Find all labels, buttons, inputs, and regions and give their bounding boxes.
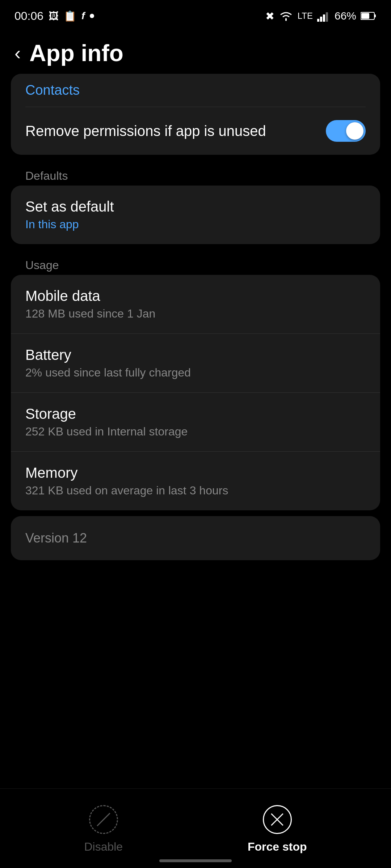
bluetooth-icon: ✖ (265, 10, 274, 22)
permissions-card: Contacts Remove permissions if app is un… (11, 74, 380, 155)
photo-icon: 🖼 (49, 10, 59, 22)
svg-rect-0 (317, 19, 319, 22)
facebook-icon: f (81, 10, 85, 22)
storage-sub: 252 KB used in Internal storage (25, 425, 188, 438)
remove-permissions-toggle[interactable] (326, 120, 366, 142)
dot-icon (90, 14, 94, 18)
memory-content: Memory 321 KB used on average in last 3 … (25, 465, 228, 497)
home-indicator (159, 859, 232, 862)
page-title: App info (29, 40, 123, 67)
toggle-knob (346, 122, 363, 140)
svg-rect-3 (326, 12, 328, 22)
battery-label: Battery (25, 347, 191, 363)
memory-label: Memory (25, 465, 228, 481)
battery-percent: 66% (335, 10, 356, 22)
mobile-data-label: Mobile data (25, 288, 155, 304)
storage-label: Storage (25, 406, 188, 422)
status-right: ✖ LTE 66% (265, 10, 377, 22)
content-area: Contacts Remove permissions if app is un… (0, 74, 391, 569)
battery-item[interactable]: Battery 2% used since last fully charged (11, 334, 380, 393)
contacts-link[interactable]: Contacts (25, 74, 366, 107)
defaults-section-label: Defaults (25, 169, 68, 182)
usage-card: Mobile data 128 MB used since 1 Jan Batt… (11, 275, 380, 510)
set-as-default-label: Set as default (25, 199, 114, 215)
signal-icon (317, 10, 330, 22)
clipboard-icon: 📋 (64, 10, 76, 22)
svg-rect-1 (320, 17, 322, 22)
disable-label: Disable (84, 840, 123, 854)
force-stop-icon (263, 805, 292, 834)
mobile-data-sub: 128 MB used since 1 Jan (25, 307, 155, 320)
force-stop-label: Force stop (248, 840, 307, 854)
defaults-section-header: Defaults (11, 161, 380, 186)
memory-sub: 321 KB used on average in last 3 hours (25, 484, 228, 497)
mobile-data-content: Mobile data 128 MB used since 1 Jan (25, 288, 155, 320)
set-as-default-item[interactable]: Set as default In this app (11, 186, 380, 244)
mobile-data-item[interactable]: Mobile data 128 MB used since 1 Jan (11, 275, 380, 334)
version-card: Version 12 (11, 516, 380, 560)
memory-item[interactable]: Memory 321 KB used on average in last 3 … (11, 452, 380, 510)
disable-action[interactable]: Disable (84, 803, 123, 854)
storage-content: Storage 252 KB used in Internal storage (25, 406, 188, 438)
force-stop-icon-container (261, 803, 294, 836)
bottom-action-bar: Disable Force stop (0, 788, 391, 868)
storage-item[interactable]: Storage 252 KB used in Internal storage (11, 393, 380, 452)
wifi-icon (279, 10, 293, 22)
disable-icon (89, 805, 118, 834)
back-button[interactable]: ‹ (14, 42, 21, 64)
battery-content: Battery 2% used since last fully charged (25, 347, 191, 379)
remove-permissions-label: Remove permissions if app is unused (25, 122, 266, 140)
status-left: 00:06 🖼 📋 f (14, 9, 94, 23)
battery-sub: 2% used since last fully charged (25, 366, 191, 379)
lte-icon: LTE (298, 11, 313, 21)
remove-permissions-row[interactable]: Remove permissions if app is unused (25, 107, 366, 155)
svg-rect-2 (323, 14, 325, 22)
svg-rect-6 (361, 13, 369, 19)
usage-section-label: Usage (25, 259, 59, 272)
battery-icon (361, 11, 377, 21)
header: ‹ App info (0, 29, 391, 74)
svg-rect-5 (374, 14, 376, 17)
set-as-default-sub: In this app (25, 218, 114, 231)
usage-section-header: Usage (11, 250, 380, 275)
status-bar: 00:06 🖼 📋 f ✖ LTE 66% (0, 0, 391, 29)
disable-icon-container (87, 803, 120, 836)
force-stop-action[interactable]: Force stop (248, 803, 307, 854)
version-label: Version 12 (25, 531, 87, 545)
time-display: 00:06 (14, 9, 43, 23)
defaults-card[interactable]: Set as default In this app (11, 186, 380, 244)
set-as-default-content: Set as default In this app (25, 199, 114, 231)
